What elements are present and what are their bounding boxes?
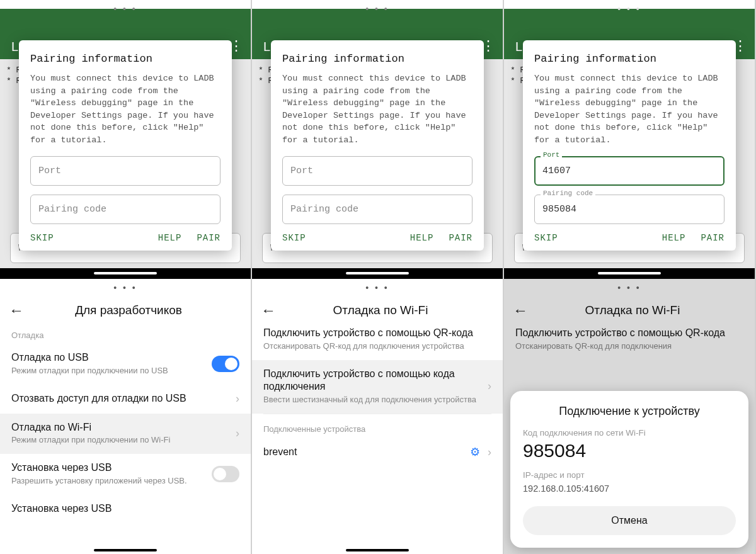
device-name: brevent bbox=[263, 446, 470, 459]
back-icon[interactable]: ← bbox=[9, 302, 24, 319]
row-subtitle: Отсканировать QR-код для подключения уст… bbox=[263, 341, 491, 352]
usb-debugging-row[interactable]: Отладка по USB Режим отладки при подключ… bbox=[0, 344, 251, 385]
row-title: Установка через USB bbox=[11, 461, 212, 475]
wifi-debugging-row[interactable]: Отладка по Wi-Fi Режим отладки при подкл… bbox=[0, 414, 251, 455]
pair-button[interactable]: PAIR bbox=[197, 233, 220, 243]
pair-qr-row[interactable]: Подключить устройство с помощью QR-кода … bbox=[252, 325, 503, 360]
skip-button[interactable]: SKIP bbox=[30, 233, 54, 243]
back-icon[interactable]: ← bbox=[261, 302, 276, 319]
row-subtitle: Разрешить установку приложений через USB… bbox=[11, 476, 212, 487]
row-subtitle: Ввести шестизначный код для подключения … bbox=[263, 395, 483, 405]
help-button[interactable]: HELP bbox=[158, 233, 182, 243]
pairing-code-input[interactable] bbox=[30, 195, 220, 224]
gear-icon[interactable]: ⚙ bbox=[470, 445, 480, 459]
connected-device-row[interactable]: brevent ⚙ › bbox=[252, 438, 503, 467]
drag-handle-icon[interactable]: • • • bbox=[252, 283, 503, 293]
pairing-dialog: Pairing information You must connect thi… bbox=[271, 40, 484, 251]
chevron-right-icon: › bbox=[488, 380, 491, 393]
chevron-right-icon: › bbox=[236, 392, 239, 405]
row-subtitle: Режим отладки при подключении по USB bbox=[11, 366, 212, 376]
row-title: Подключить устройство с помощью QR-кода bbox=[263, 327, 491, 340]
pairing-code-input[interactable] bbox=[282, 195, 472, 224]
sheet-ip-label: IP-адрес и порт bbox=[523, 470, 736, 480]
pair-button[interactable]: PAIR bbox=[701, 233, 724, 243]
install-via-usb-row-2[interactable]: Установка через USB bbox=[0, 495, 251, 524]
row-title: Подключить устройство с помощью QR-кода bbox=[515, 327, 743, 340]
dialog-body: You must connect this device to LADB usi… bbox=[30, 72, 220, 146]
pairing-dialog: Pairing information You must connect thi… bbox=[523, 40, 736, 251]
pairing-code-value: 985084 bbox=[523, 440, 736, 461]
row-subtitle: Режим отладки при подключении по Wi-Fi bbox=[11, 435, 231, 446]
help-button[interactable]: HELP bbox=[410, 233, 434, 243]
dialog-title: Pairing information bbox=[282, 53, 472, 65]
page-title: Для разработчиков bbox=[35, 303, 222, 317]
dialog-body: You must connect this device to LADB usi… bbox=[282, 72, 472, 146]
section-label: Подключенные устройства bbox=[252, 414, 503, 438]
back-icon[interactable]: ← bbox=[513, 302, 528, 319]
row-title: Отладка по USB bbox=[11, 351, 212, 365]
pair-button[interactable]: PAIR bbox=[449, 233, 472, 243]
drag-handle-icon[interactable]: • • • bbox=[0, 4, 251, 14]
drag-handle-icon[interactable]: • • • bbox=[504, 283, 755, 293]
row-title: Отладка по Wi-Fi bbox=[11, 421, 231, 434]
page-title: Отладка по Wi-Fi bbox=[539, 303, 726, 317]
pair-qr-row[interactable]: Подключить устройство с помощью QR-кода … bbox=[504, 325, 755, 360]
pairing-bottom-sheet: Подключение к устройству Код подключения… bbox=[510, 391, 748, 548]
sheet-title: Подключение к устройству bbox=[523, 405, 736, 418]
drag-handle-icon[interactable]: • • • bbox=[0, 283, 251, 293]
skip-button[interactable]: SKIP bbox=[534, 233, 558, 243]
pairing-dialog: Pairing information You must connect thi… bbox=[19, 40, 232, 251]
row-subtitle: Отсканировать QR-код для подключения bbox=[515, 341, 743, 352]
pairing-code-label: Pairing code bbox=[541, 189, 595, 197]
pairing-code-input[interactable] bbox=[534, 195, 724, 224]
drag-handle-icon[interactable]: • • • bbox=[252, 4, 503, 14]
row-title: Установка через USB bbox=[11, 502, 239, 516]
revoke-usb-row[interactable]: Отозвать доступ для отладки по USB › bbox=[0, 385, 251, 414]
help-button[interactable]: HELP bbox=[662, 233, 686, 243]
port-input[interactable] bbox=[30, 156, 220, 186]
port-input[interactable] bbox=[534, 156, 724, 186]
port-label: Port bbox=[541, 151, 562, 159]
page-title: Отладка по Wi-Fi bbox=[287, 303, 474, 317]
pair-code-row[interactable]: Подключить устройство с помощью кода под… bbox=[252, 360, 503, 414]
dialog-title: Pairing information bbox=[534, 53, 724, 65]
sheet-code-label: Код подключения по сети Wi-Fi bbox=[523, 428, 736, 438]
cancel-button[interactable]: Отмена bbox=[523, 506, 736, 535]
row-title: Отозвать доступ для отладки по USB bbox=[11, 392, 231, 405]
skip-button[interactable]: SKIP bbox=[282, 233, 306, 243]
usb-debugging-toggle[interactable] bbox=[212, 356, 239, 372]
chevron-right-icon: › bbox=[488, 446, 491, 459]
install-via-usb-row[interactable]: Установка через USB Разрешить установку … bbox=[0, 454, 251, 495]
drag-handle-icon[interactable]: • • • bbox=[504, 4, 755, 14]
port-input[interactable] bbox=[282, 156, 472, 186]
ip-port-value: 192.168.0.105:41607 bbox=[523, 482, 736, 495]
section-label: Отладка bbox=[0, 325, 251, 344]
row-title: Подключить устройство с помощью кода под… bbox=[263, 368, 483, 394]
dialog-body: You must connect this device to LADB usi… bbox=[534, 72, 724, 146]
install-via-usb-toggle[interactable] bbox=[212, 466, 239, 482]
dialog-title: Pairing information bbox=[30, 53, 220, 65]
chevron-right-icon: › bbox=[236, 427, 239, 440]
